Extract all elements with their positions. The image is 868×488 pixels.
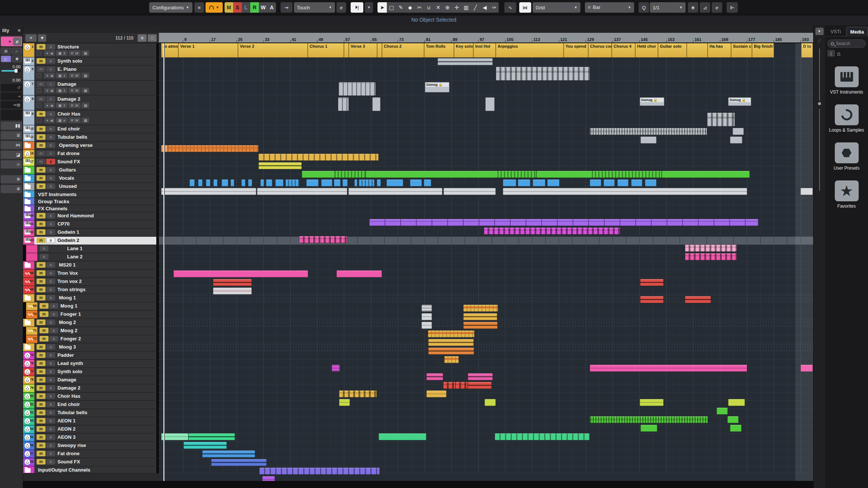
read-all-button[interactable]: R [250, 2, 259, 13]
clip-padder[interactable] [332, 365, 340, 372]
track-color-strip[interactable] [23, 343, 34, 351]
solo-button[interactable]: s [46, 111, 55, 117]
solo-button[interactable]: s [46, 377, 55, 382]
output-routing-button[interactable]: ⊞ [1, 48, 11, 54]
track-row-moog-2[interactable]: ∿∿71msMoog 2 [23, 327, 159, 335]
track-row-group-tracks[interactable]: Group Tracks [23, 198, 159, 205]
lane-resize-handle[interactable] [156, 43, 159, 57]
solo-button[interactable]: s [40, 246, 48, 251]
delay-box[interactable]: ↺ [1, 84, 22, 91]
lane-resize-handle[interactable] [156, 368, 159, 376]
read-write-pill[interactable]: RW [69, 50, 81, 56]
solo-button[interactable]: s [49, 303, 58, 309]
edit-channel-button[interactable]: e [13, 37, 21, 45]
favorites-tile[interactable]: ★ [835, 180, 859, 201]
track-row-swoopy-rise[interactable]: 86msSwoopy rise [23, 442, 159, 450]
lane-resize-handle[interactable] [156, 384, 159, 392]
track-row-sound-fx[interactable]: 17msSound FX [23, 158, 159, 166]
lane-resize-handle[interactable] [156, 66, 159, 80]
clip-guitars[interactable] [592, 171, 662, 178]
freeze-button[interactable]: ✱ [12, 56, 22, 62]
track-color-strip[interactable] [23, 174, 34, 182]
clip-vocals[interactable] [503, 179, 516, 186]
clip-tubular-bells[interactable] [730, 136, 742, 144]
clip-godwin-1[interactable] [299, 236, 347, 243]
track-color-strip[interactable]: 76 [23, 360, 34, 368]
quantize-panel-button[interactable]: e [712, 2, 722, 13]
mute-button[interactable]: m [37, 81, 46, 87]
track-color-strip[interactable] [23, 319, 34, 327]
automation-icon[interactable]: ⇝ [281, 2, 292, 13]
track-color-strip[interactable] [23, 166, 34, 174]
mute-button[interactable]: m [37, 142, 46, 148]
clip-damage-2[interactable] [485, 399, 496, 406]
lane-resize-handle[interactable] [156, 142, 159, 149]
clip-fat-drone[interactable] [258, 154, 379, 161]
mute-button[interactable]: m [37, 361, 46, 366]
solo-button[interactable]: s [46, 221, 55, 227]
mute-button[interactable]: m [37, 418, 46, 424]
volume-slider[interactable] [1, 70, 21, 72]
lane-resize-handle[interactable] [156, 220, 159, 228]
marker-segment[interactable]: Guitar solo [658, 43, 687, 57]
marker-segment[interactable] [687, 43, 708, 57]
marker-segment[interactable]: Verse 2 [238, 43, 308, 57]
lane-resize-handle[interactable] [156, 417, 159, 425]
mute-button[interactable]: m [37, 385, 46, 391]
vertical-zoom-slider[interactable] [819, 48, 820, 101]
autoscroll-button[interactable]: ⏵| [351, 2, 363, 13]
track-row-fooger-2[interactable]: ∿∿72msFooger 2 [23, 335, 159, 343]
lane-fat-drone[interactable] [159, 450, 813, 458]
track-color-strip[interactable]: 16 [23, 150, 34, 158]
track-name[interactable]: MS20 1 [59, 262, 76, 268]
clip-vocals[interactable] [359, 179, 375, 186]
track-name[interactable]: Choir Has [57, 393, 80, 399]
mute-button[interactable]: m [37, 183, 46, 189]
clip-aeon-2[interactable] [184, 442, 227, 449]
media-search-input[interactable]: Search [827, 40, 866, 48]
clip-opening-verse[interactable] [161, 145, 168, 152]
lane-godwin-2[interactable] [159, 237, 813, 245]
track-row-fx-channels[interactable]: FX Channels [23, 205, 159, 212]
clip-synth-solo[interactable] [455, 382, 468, 389]
mute-button[interactable]: m [37, 369, 46, 374]
lane-end-choir[interactable] [159, 125, 813, 133]
track-name[interactable]: Tron Vox [57, 270, 78, 276]
clip-aeon-1[interactable] [495, 433, 590, 440]
clip-guitars[interactable] [536, 171, 592, 178]
lane-resize-handle[interactable] [156, 409, 159, 417]
align-button[interactable]: ⊫ [727, 2, 738, 13]
lane-tubular-bells[interactable] [159, 409, 813, 417]
clip-aeon-1[interactable] [188, 433, 235, 440]
read-write-pill[interactable]: RW [69, 103, 81, 108]
clip-unused[interactable] [503, 188, 747, 195]
clip-damage[interactable]: Damag 🔒 [425, 82, 449, 92]
target-box[interactable]: ➡▦ [1, 101, 22, 108]
lane-name[interactable]: Lane 1 [67, 246, 82, 251]
lane-moog-1[interactable] [159, 294, 813, 302]
track-name[interactable]: Synth solo [57, 58, 82, 64]
clip-moog-1[interactable] [463, 305, 498, 312]
solo-button[interactable]: s [46, 451, 55, 456]
lane-resize-handle[interactable] [156, 425, 159, 433]
track-name[interactable]: Padder [57, 352, 74, 358]
marker-segment[interactable]: Chorus corta [588, 43, 612, 57]
quantize-preset-dropdown[interactable]: 1/1▼ [650, 2, 686, 13]
mute-button[interactable]: m [40, 303, 48, 309]
clip-damage[interactable] [426, 390, 446, 397]
gear2-button[interactable]: ✲ [1, 185, 22, 193]
solo-button[interactable]: s [46, 443, 55, 448]
solo-button[interactable]: s [46, 319, 55, 325]
clip-opening-verse[interactable] [168, 145, 258, 152]
marker-segment[interactable]: Sustain ch [731, 43, 752, 57]
vertical-scrollbar[interactable] [819, 109, 820, 191]
track-name[interactable]: Fooger 1 [60, 311, 81, 317]
clip-vocals[interactable] [590, 179, 601, 186]
marker-lane[interactable]: ro atmosVerse 1Verse 2Chorus 1Verse 3Cho… [159, 43, 813, 57]
gear-button[interactable]: ✲ [1, 175, 22, 183]
track-name[interactable]: Tubular bells [57, 134, 87, 140]
clip-vocals[interactable] [547, 179, 560, 186]
track-row-vocals[interactable]: msVocals [23, 174, 159, 183]
track-row-damage[interactable]: 78msDamage [23, 376, 159, 384]
mute-button[interactable]: m [37, 278, 46, 284]
